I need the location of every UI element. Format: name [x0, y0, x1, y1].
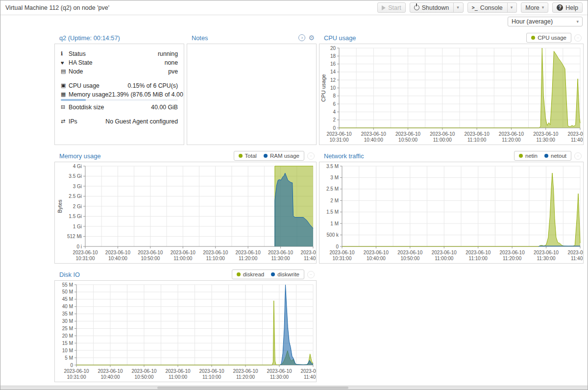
svg-text:2023-06-10: 2023-06-10	[500, 250, 525, 255]
svg-text:3 M: 3 M	[330, 175, 339, 180]
legend-item[interactable]: diskwrite	[271, 271, 299, 277]
network-traffic-chart[interactable]: 0500 k1 M1.5 M2 M2.5 M3 M3.5 M2023-06-10…	[319, 162, 583, 263]
notes-panel-body[interactable]	[187, 44, 317, 145]
svg-text:CPU usage: CPU usage	[320, 74, 326, 101]
svg-text:14: 14	[330, 69, 336, 74]
svg-text:11:40:00: 11:40:00	[571, 137, 583, 143]
undo-zoom-icon[interactable]: −	[574, 34, 582, 42]
undo-zoom-icon[interactable]: −	[307, 152, 315, 160]
svg-text:2023-06-10: 2023-06-10	[364, 250, 389, 255]
svg-text:11:10:00: 11:10:00	[206, 256, 225, 261]
console-button[interactable]: >_ Console ▾	[467, 2, 517, 13]
svg-text:8: 8	[333, 93, 336, 98]
status-label: CPU usage	[69, 82, 99, 89]
notes-panel-header: Notes › ⚙	[187, 32, 317, 44]
network-panel-header: Network traffic netinnetout −	[319, 150, 584, 162]
legend-item[interactable]: CPU usage	[531, 35, 566, 41]
terminal-icon: >_	[472, 5, 478, 10]
svg-text:11:00:00: 11:00:00	[169, 374, 188, 380]
svg-text:2023-06-10: 2023-06-10	[499, 131, 524, 137]
shutdown-menu-caret[interactable]: ▾	[453, 3, 459, 12]
toolbar: Start Shutdown ▾ >_ Console ▾ More ▾ ? H…	[377, 2, 583, 13]
status-row-ha-state: ♥HA Statenone	[61, 58, 178, 67]
legend-dot-icon	[271, 272, 275, 276]
circle-arrow-icon[interactable]: ›	[298, 34, 305, 41]
legend-item[interactable]: netin	[519, 153, 538, 159]
svg-text:0: 0	[336, 244, 339, 249]
notes-panel: Notes › ⚙	[187, 32, 317, 145]
legend-label: netout	[551, 153, 566, 159]
status-value: running	[158, 50, 178, 57]
svg-text:45 M: 45 M	[62, 296, 73, 302]
legend-item[interactable]: diskread	[237, 271, 264, 277]
chevron-down-icon: ▾	[511, 5, 513, 10]
svg-text:2023-06-10: 2023-06-10	[199, 368, 224, 374]
svg-text:11:40:00: 11:40:00	[304, 374, 316, 380]
gear-icon[interactable]: ⚙	[308, 34, 315, 41]
svg-text:2023-06-10: 2023-06-10	[165, 368, 191, 374]
horizontal-scrollbar[interactable]	[0, 386, 588, 390]
svg-text:11:30:00: 11:30:00	[270, 374, 289, 380]
legend-label: netin	[525, 153, 538, 159]
legend-item[interactable]: RAM usage	[264, 153, 299, 159]
svg-text:6: 6	[333, 101, 336, 107]
page-title: Virtual Machine 112 (q2) on node 'pve'	[5, 4, 109, 11]
legend-label: diskread	[243, 271, 264, 277]
content-area: Hour (average) ▾ q2 (Uptime: 00:14:57) ℹ…	[0, 15, 588, 386]
legend-item[interactable]: netout	[544, 153, 566, 159]
svg-text:11:30:00: 11:30:00	[271, 256, 290, 261]
svg-text:2 Gi: 2 Gi	[73, 204, 82, 209]
chevron-down-icon: ▾	[576, 20, 579, 24]
legend-label: RAM usage	[270, 153, 299, 159]
svg-text:16: 16	[330, 61, 336, 67]
svg-text:512 Mi: 512 Mi	[67, 234, 82, 239]
svg-text:2023-06-10: 2023-06-10	[361, 131, 387, 137]
svg-text:35 M: 35 M	[62, 311, 73, 317]
svg-text:11:10:00: 11:10:00	[469, 256, 488, 261]
time-range-select[interactable]: Hour (average) ▾	[508, 17, 583, 26]
svg-text:10:50:00: 10:50:00	[398, 137, 417, 143]
svg-text:1.5 M: 1.5 M	[326, 209, 339, 215]
start-button[interactable]: Start	[377, 2, 405, 13]
status-value: none	[165, 59, 178, 66]
legend-item[interactable]: Total	[239, 153, 257, 159]
svg-text:10:40:00: 10:40:00	[108, 256, 127, 261]
console-menu-caret[interactable]: ▾	[507, 3, 513, 12]
memory-panel-header: Memory usage TotalRAM usage −	[54, 150, 317, 162]
svg-text:5 M: 5 M	[65, 355, 73, 361]
undo-zoom-icon[interactable]: −	[307, 271, 315, 278]
memory-usage-chart[interactable]: 0 i512 Mi1 Gi1.5 Gi2 Gi2.5 Gi3 Gi3.5 Gi4…	[55, 162, 316, 263]
start-button-label: Start	[388, 4, 401, 11]
status-label: IPs	[69, 118, 77, 125]
cpu-usage-chart[interactable]: 024681012141618202023-06-1010:31:002023-…	[319, 44, 583, 145]
svg-text:11:20:00: 11:20:00	[239, 256, 258, 261]
shutdown-button-label: Shutdown	[422, 4, 449, 11]
disk-io-chart[interactable]: 05 M10 M15 M20 M25 M30 M35 M40 M45 M50 M…	[55, 281, 316, 382]
status-group-gap	[61, 76, 178, 81]
undo-zoom-icon[interactable]: −	[574, 152, 582, 160]
shutdown-button[interactable]: Shutdown ▾	[410, 2, 464, 13]
more-button[interactable]: More ▾	[521, 2, 548, 13]
svg-text:11:00:00: 11:00:00	[435, 256, 454, 261]
svg-text:10:31:00: 10:31:00	[67, 374, 86, 380]
help-button[interactable]: ? Help	[552, 2, 583, 13]
svg-text:2023-06-10: 2023-06-10	[64, 368, 89, 374]
status-value: pve	[168, 68, 178, 75]
scrollbar-thumb[interactable]	[157, 387, 348, 389]
svg-text:20: 20	[330, 46, 336, 51]
more-button-label: More	[525, 4, 539, 11]
svg-text:10:40:00: 10:40:00	[364, 137, 383, 143]
chevron-down-icon: ▾	[457, 5, 459, 10]
svg-text:10:31:00: 10:31:00	[330, 137, 349, 143]
network-traffic-panel: Network traffic netinnetout − 0500 k1 M1…	[319, 150, 584, 264]
svg-text:2023-06-10: 2023-06-10	[236, 250, 261, 255]
svg-text:2.5 Gi: 2.5 Gi	[69, 194, 82, 199]
svg-text:2023-06-10: 2023-06-10	[233, 368, 258, 374]
status-panel-header: q2 (Uptime: 00:14:57)	[54, 32, 184, 44]
svg-text:10:31:00: 10:31:00	[76, 256, 95, 261]
cpu-panel-header: CPU usage CPU usage −	[319, 32, 584, 44]
status-row-cpu-usage: ▣CPU usage0.15% of 6 CPU(s)	[61, 81, 178, 90]
svg-text:2023-06-10: 2023-06-10	[430, 131, 455, 137]
proxmox-vm-summary-page: Virtual Machine 112 (q2) on node 'pve' S…	[0, 0, 588, 390]
cpu-icon: ▣	[61, 82, 69, 89]
